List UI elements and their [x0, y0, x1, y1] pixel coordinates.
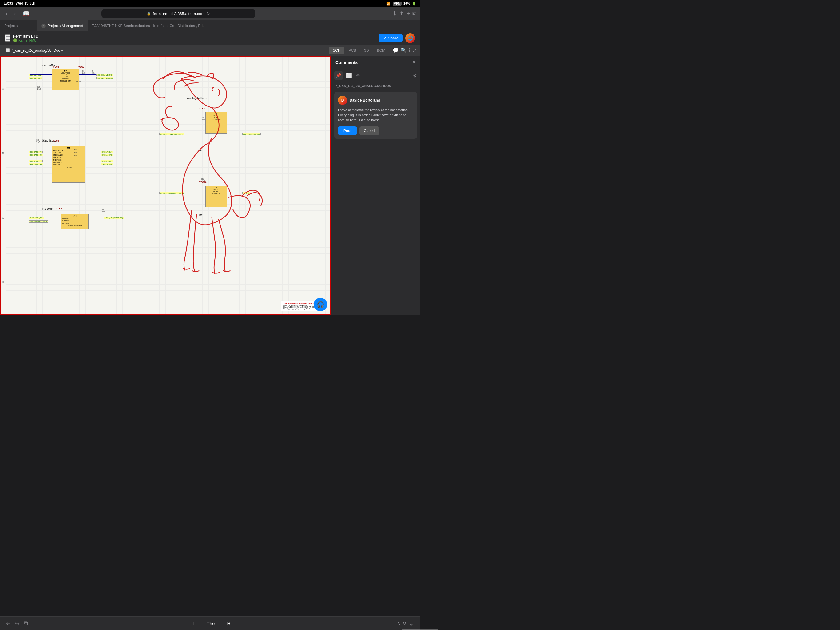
tab-projects-management[interactable]: × Projects Management: [37, 20, 88, 32]
forward-button[interactable]: ›: [12, 9, 18, 18]
cap-c18: C182.2μF: [36, 139, 40, 143]
res-r12: R12: [74, 148, 77, 150]
net-bat-c2: → C[M]: [242, 192, 250, 195]
analog-ic2-part: SV991APU: [206, 192, 227, 194]
comments-settings-button[interactable]: ⚙: [413, 73, 417, 78]
net-can-rx: 4[B] CAN1_RX: [29, 154, 43, 156]
rc-xor-pins2: IN1 OUT: [61, 220, 88, 222]
comment-card: D Davide Bortolami I have completed the …: [334, 92, 417, 139]
comment-actions: Post Cancel: [338, 127, 413, 135]
doc-name-button[interactable]: ⬜ 7_can_rc_i2c_analog.SchDoc ▾: [4, 47, 65, 54]
net-rc-input: 2[A] 43A] RC_INPUT: [29, 220, 48, 223]
comment-avatar: D: [338, 96, 347, 105]
cap-c31: C31100nF: [201, 178, 205, 182]
can-driver-ic: U8 VCC1 CANH1 VCC2 CANL1 STB1 CANH2 STB2…: [52, 146, 85, 183]
comment-user: D Davide Bortolami: [338, 96, 413, 105]
share-button[interactable]: ↗ Share: [379, 34, 403, 42]
cap-c17: C17100nF: [201, 117, 205, 120]
add-tab-button[interactable]: +: [406, 10, 410, 17]
schematic-canvas[interactable]: A B C D I2C buffer CAN driver RC XOR Ana…: [0, 56, 331, 315]
power-vcc3-2: VCC3: [78, 66, 84, 68]
rc-xor-label: RC XOR: [43, 207, 53, 211]
chevron-down-icon: ▾: [61, 48, 63, 52]
cancel-button[interactable]: Cancel: [359, 127, 379, 135]
comments-toolbar: 📌 ⬜ ✏ ⚙: [331, 69, 420, 82]
comment-body: I have completed the review of the schem…: [338, 108, 413, 123]
dy-label-2: DY: [199, 214, 203, 216]
tab-projects-label: Projects: [4, 24, 17, 28]
net-sb03: 4[2B] SB03_INV: [29, 217, 44, 219]
browser-share-button[interactable]: ⬆: [399, 10, 404, 17]
time: 18:33: [4, 1, 13, 6]
pen-tool-button[interactable]: ✏: [355, 71, 362, 80]
comments-file-label: 7_CAN_RC_I2C_ANALOG.SCHDOC: [331, 82, 420, 90]
post-button[interactable]: Post: [338, 127, 357, 135]
tabs-overview-button[interactable]: ⧉: [412, 10, 416, 17]
net-can1h: CAN1P 2[M]: [101, 151, 113, 153]
share-icon: ↗: [383, 36, 387, 40]
app-header: ☰ Fermium LTD 🟢 Kame_FMU ↗ Share 🌐: [0, 32, 420, 45]
menu-button[interactable]: ☰: [5, 35, 11, 41]
rc-xor-pins3: IN0 GND: [61, 222, 88, 225]
tab-tja[interactable]: TJA1046TKZ NXP Semiconductors - Interfac…: [88, 20, 420, 32]
can-ic-pins6: TXD2 GND2: [52, 161, 85, 164]
row-labels: A B C D: [1, 57, 6, 314]
tab-tja-label: TJA1046TKZ NXP Semiconductors - Interfac…: [92, 24, 206, 28]
cap-c19: C19100nF: [43, 139, 47, 143]
expand-icon-button[interactable]: ⤢: [412, 47, 416, 53]
support-button[interactable]: 🎧: [314, 298, 327, 311]
chat-icon-button[interactable]: 💬: [393, 47, 399, 53]
user-avatar-button[interactable]: 🌐: [405, 33, 415, 43]
can-ic-part: TJA1046: [52, 167, 85, 169]
cap-c20: C20100nF: [49, 139, 53, 143]
cap-c14: C14100nF: [37, 86, 41, 90]
info-icon-button[interactable]: ℹ: [409, 47, 411, 53]
wifi-icon: 📶: [387, 2, 391, 6]
address-bar[interactable]: 🔒 fermium-ltd-2.365.altium.com ↻: [101, 9, 255, 18]
doc-toolbar-right: 💬 🔍 ℹ ⤢: [393, 47, 416, 53]
bookmark-button[interactable]: 📖: [21, 9, 32, 18]
net-can2-rx: 4[B] CAN2_RX: [29, 163, 43, 166]
tab-projects-management-label: Projects Management: [47, 24, 83, 28]
tab-bom[interactable]: BOM: [373, 47, 389, 54]
comments-header: Comments ×: [331, 56, 420, 69]
i2c-buffer-ic: U7 VCCA VCCB A1 B1 A2 B2 GND OE TXS0102D…: [52, 69, 79, 90]
rc-xor-ic-label: U11: [61, 214, 88, 217]
tab-close-button[interactable]: ×: [41, 24, 46, 28]
project-icon: 🟢: [13, 38, 17, 43]
wire-i2c-2: [79, 77, 96, 77]
view-tabs: SCH PCB 3D BOM: [329, 47, 389, 54]
net-can2h: CAN2P 2[M]: [101, 160, 113, 162]
wire-i2c-3: [30, 74, 52, 75]
net-bat-c1: 2[A] BAT_CURRENT_MB_R: [159, 192, 185, 195]
tab-3d[interactable]: 3D: [360, 47, 373, 54]
res-r8: R8 200: [76, 81, 81, 82]
power-vcc3-3: VCC5: [53, 140, 59, 142]
status-bar-left: 18:33 Wed 15 Jul: [4, 1, 35, 6]
analog-ic2-label: U: [206, 186, 227, 188]
status-bar-right: 📶 VPN 16% 🔋: [387, 2, 416, 6]
project-name: 🟢 Kame_FMU: [13, 38, 38, 43]
tabs-bar: Projects × Projects Management TJA1046TK…: [0, 20, 420, 32]
can-ic-pins: VCC1 CANH1: [52, 149, 85, 151]
rect-tool-button[interactable]: ⬜: [345, 71, 353, 80]
battery-level: 16%: [403, 2, 410, 5]
net-can1l: CAN1N 2[M]: [101, 154, 113, 156]
reload-button[interactable]: ↻: [206, 11, 210, 16]
pin-tool-button[interactable]: 📌: [334, 71, 343, 80]
download-button[interactable]: ⬇: [392, 10, 397, 17]
tab-projects[interactable]: Projects: [0, 20, 37, 32]
browser-chrome: ‹ › 📖 🔒 fermium-ltd-2.365.altium.com ↻ ⬇…: [0, 7, 420, 20]
search-icon-button[interactable]: 🔍: [401, 47, 407, 53]
res-r13: R13: [74, 151, 77, 153]
net-i2c-sda2: I2C_SDA_MB 2[C]: [96, 77, 114, 79]
net-can2n: CAN2N 2[M]: [101, 163, 113, 166]
dy-label-1: DY: [199, 149, 203, 152]
tab-sch[interactable]: SCH: [329, 47, 344, 54]
rc-xor-ic: U11 IN2 VCC IN1 OUT IN0 GND SN74LVC1G86D…: [61, 214, 88, 230]
tab-pcb[interactable]: PCB: [345, 47, 360, 54]
comments-close-button[interactable]: ×: [412, 59, 416, 65]
back-button[interactable]: ‹: [4, 9, 9, 18]
status-bar: 18:33 Wed 15 Jul 📶 VPN 16% 🔋: [0, 0, 420, 7]
vpn-badge: VPN: [393, 2, 401, 6]
